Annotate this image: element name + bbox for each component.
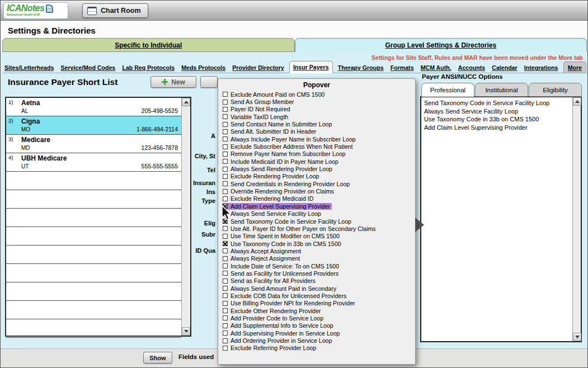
ansi-option-item[interactable]: Use Taxonomy Code in 33b on CMS 1500 (424, 115, 570, 124)
sub-tab-therapy-groups[interactable]: Therapy Groups (336, 62, 385, 73)
checkbox[interactable] (223, 286, 228, 291)
payer-row-empty[interactable] (6, 264, 181, 282)
scroll-down-button[interactable] (182, 327, 190, 336)
popover-option-override-rendering-provider-on-claims[interactable]: Override Rendering Provider on Claims (222, 187, 413, 195)
popover-option-exclude-referring-provider-loop[interactable]: Exclude Referring Provider Loop (222, 345, 413, 352)
chart-room-button[interactable]: Chart Room (82, 3, 148, 18)
payer-row-ubh-medicare[interactable]: 4)UBH MedicareUT555-555-5555 (6, 153, 181, 172)
payer-row-empty[interactable] (6, 190, 181, 209)
popover-option-payer-id-not-required[interactable]: Payer ID Not Required (222, 106, 413, 113)
sub-tab-meds-protocols[interactable]: Meds Protocols (180, 62, 227, 73)
checkbox[interactable] (223, 241, 228, 246)
payer-list-scrollbar[interactable] (181, 98, 190, 336)
payer-row-aetna[interactable]: 1)AetnaAL205-498-5525 (6, 98, 181, 116)
sub-tab-calendar[interactable]: Calendar (490, 62, 519, 73)
sub-tab-sites-letterheads[interactable]: Sites/Letterheads (3, 62, 55, 73)
checkbox[interactable] (223, 331, 228, 336)
checkbox[interactable] (223, 114, 228, 119)
sub-tab-lab-req-protocols[interactable]: Lab Req Protocols (120, 62, 176, 73)
payer-row-empty[interactable] (6, 282, 181, 301)
popover-option-add-ordering-provider-in-service-loop[interactable]: Add Ordering Provider in Service Loop (222, 337, 413, 344)
popover-option-add-supervising-provider-in-service-loop[interactable]: Add Supervising Provider in Service Loop (222, 329, 413, 337)
checkbox[interactable] (223, 152, 228, 157)
popover-option-always-accept-assignment[interactable]: Always Accept Assignment (222, 247, 413, 254)
checkbox[interactable] (223, 204, 228, 209)
checkbox[interactable] (223, 293, 228, 298)
checkbox[interactable] (223, 226, 228, 231)
checkbox[interactable] (223, 181, 228, 186)
popover-option-exclude-other-rendering-provider[interactable]: Exclude Other Rendering Provider (222, 307, 413, 314)
popover-option-include-date-of-service-to-on-cms-1500[interactable]: Include Date of Service: To on CMS 1500 (222, 262, 413, 270)
new-payer-button[interactable]: New (150, 76, 196, 88)
scroll-up-button[interactable] (573, 97, 581, 106)
checkbox[interactable] (223, 107, 228, 112)
checkbox[interactable] (223, 308, 228, 313)
popover-option-send-credentials-in-rendering-provider-loop[interactable]: Send Credentials in Rendering Provider L… (222, 180, 413, 187)
popover-option-exclude-cob-data-for-unlicensed-providers[interactable]: Exclude COB Data for Unlicensed Provider… (222, 292, 413, 299)
popover-option-send-as-group-member[interactable]: Send As Group Member (222, 98, 413, 105)
popover-option-always-send-service-facility-loop[interactable]: Always Send Service Facility Loop (222, 210, 413, 218)
payer-row-empty[interactable] (6, 209, 181, 227)
checkbox[interactable] (223, 211, 228, 216)
popover-option-exclude-rendering-medicaid-id[interactable]: Exclude Rendering Medicaid ID (222, 195, 413, 202)
popover-option-add-claim-level-supervising-provider[interactable]: Add Claim Level Supervising Provider (222, 202, 413, 210)
sub-tab-accounts[interactable]: Accounts (457, 62, 487, 73)
checkbox[interactable] (223, 301, 228, 306)
checkbox[interactable] (223, 219, 228, 224)
tab-eligibility[interactable]: Eligibility (529, 83, 582, 97)
checkbox[interactable] (223, 315, 228, 320)
ansi-option-item[interactable]: Add Claim Level Supervising Provider (424, 124, 570, 132)
sub-tab-formats[interactable]: Formats (389, 62, 416, 73)
ansi-option-item[interactable]: Send Taxonomy Code in Service Facility L… (424, 99, 570, 107)
popover-option-always-send-rendering-provider-loop[interactable]: Always Send Rendering Provider Loop (222, 165, 413, 172)
payer-row-medicare[interactable]: 3)MedicareMD123-456-7878 (6, 135, 181, 153)
popover-option-add-supplemental-info-to-service-loop[interactable]: Add Supplemental Info to Service Loop (222, 322, 413, 329)
checkbox[interactable] (223, 263, 228, 268)
ansi-option-item[interactable]: Always Send Service Facility Loop (424, 107, 570, 116)
checkbox[interactable] (223, 144, 228, 149)
popover-option-use-alt-payer-id-for-other-payer-on-secondary-claims[interactable]: Use Alt. Payer ID for Other Payer on Sec… (222, 225, 413, 232)
popover-option-always-include-payer-name-in-subscriber-loop[interactable]: Always Include Payer Name in Subscriber … (222, 135, 413, 143)
checkbox[interactable] (223, 338, 228, 343)
checkbox[interactable] (223, 122, 228, 127)
payer-row-cigna[interactable]: 2)CignaMO1-866-494-2114 (6, 116, 181, 135)
sub-tab-service-mod-codes[interactable]: Service/Mod Codes (59, 62, 117, 73)
payer-row-empty[interactable] (6, 246, 181, 264)
sub-tab-mcm-auth[interactable]: MCM Auth. (419, 62, 453, 73)
payer-row-empty[interactable] (6, 227, 181, 246)
checkbox[interactable] (223, 248, 228, 253)
checkbox[interactable] (223, 136, 228, 141)
popover-option-exclude-subscriber-address-when-not-patient[interactable]: Exclude Subscriber Address When Not Pati… (222, 143, 413, 150)
checkbox[interactable] (223, 279, 228, 284)
popover-option-send-alt-submitter-id-in-header[interactable]: Send Alt. Submitter ID in Header (222, 128, 413, 135)
tab-specific-to-individual[interactable]: Specific to Individual (2, 38, 295, 52)
checkbox[interactable] (223, 100, 228, 105)
checkbox[interactable] (223, 167, 228, 172)
checkbox[interactable] (223, 271, 228, 276)
tab-group-level-settings[interactable]: Group Level Settings & Directories (295, 38, 587, 52)
show-button[interactable]: Show (143, 352, 172, 364)
ansi-list-scrollbar[interactable] (572, 97, 581, 341)
scroll-up-button[interactable] (182, 98, 190, 106)
checkbox[interactable] (223, 189, 228, 194)
popover-option-exclude-amount-paid-on-cms-1500[interactable]: Exclude Amount Paid on CMS 1500 (222, 91, 413, 98)
popover-option-send-as-facility-for-unlicensed-providers[interactable]: Send as Facility for Unlicensed Provider… (222, 270, 413, 277)
popover-option-add-provider-code-to-service-loop[interactable]: Add Provider Code to Service Loop (222, 314, 413, 322)
checkbox[interactable] (223, 129, 228, 134)
checkbox[interactable] (223, 323, 228, 328)
sub-tab-integrations[interactable]: Integrations (523, 62, 560, 73)
checkbox[interactable] (223, 174, 228, 179)
tab-professional[interactable]: Professional (421, 83, 474, 97)
scroll-down-button[interactable] (573, 333, 581, 341)
payer-row-empty[interactable] (6, 172, 181, 190)
partially-hidden-button[interactable] (200, 76, 218, 88)
popover-option-send-as-facility-for-all-providers[interactable]: Send as Facility for All Providers (222, 277, 413, 285)
popover-option-use-billing-provider-npi-for-rendering-provider[interactable]: Use Billing Provider NPI for Rendering P… (222, 300, 413, 307)
popover-option-use-taxonomy-code-in-33b-on-cms-1500[interactable]: Use Taxonomy Code in 33b on CMS 1500 (222, 240, 413, 247)
payer-row-empty[interactable] (6, 319, 181, 338)
popover-option-include-medicaid-id-in-payer-name-loop[interactable]: Include Medicaid ID in Payer Name Loop (222, 158, 413, 165)
payer-row-empty[interactable] (6, 301, 181, 319)
popover-option-always-send-amount-paid-in-secondary[interactable]: Always Send Amount Paid in Secondary (222, 285, 413, 292)
checkbox[interactable] (223, 196, 228, 201)
sub-tab-more[interactable]: More (563, 62, 586, 73)
